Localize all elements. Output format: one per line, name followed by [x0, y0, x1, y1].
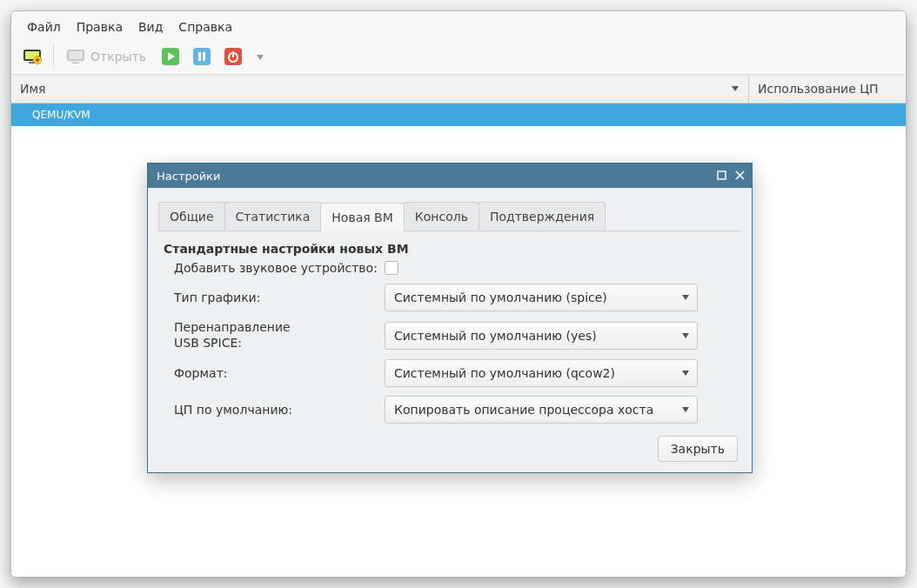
add-sound-checkbox[interactable]	[385, 261, 398, 275]
svg-rect-5	[36, 59, 40, 61]
storage-format-label: Формат:	[174, 366, 374, 380]
maximize-icon[interactable]	[717, 170, 726, 182]
chevron-down-icon	[681, 366, 690, 380]
open-button[interactable]: Открыть	[63, 48, 151, 65]
chevron-down-icon	[681, 291, 690, 304]
storage-format-combo[interactable]: Системный по умолчанию (qcow2)	[385, 359, 698, 387]
shutdown-menu-caret[interactable]	[256, 49, 264, 65]
svg-rect-19	[718, 171, 726, 179]
pause-button[interactable]	[190, 44, 214, 69]
close-icon[interactable]	[735, 170, 745, 182]
new-vm-form: Добавить звуковое устройство: Тип график…	[158, 261, 741, 429]
power-icon	[224, 47, 243, 66]
menu-file[interactable]: Файл	[20, 15, 68, 39]
usb-redirect-label-line1: Перенаправление	[174, 320, 291, 334]
connection-row[interactable]: QEMU/KVM	[11, 104, 906, 126]
menu-help[interactable]: Справка	[171, 15, 239, 39]
play-icon	[161, 47, 180, 66]
svg-marker-25	[682, 407, 689, 412]
pause-icon	[192, 47, 211, 66]
shutdown-button[interactable]	[221, 44, 245, 69]
tab-console[interactable]: Консоль	[404, 202, 479, 231]
monitor-color-icon	[23, 48, 42, 65]
svg-marker-17	[257, 55, 264, 60]
list-header: Имя Использование ЦП	[11, 75, 906, 104]
dialog-titlebar[interactable]: Настройки	[148, 164, 752, 188]
storage-format-value: Системный по умолчанию (qcow2)	[394, 366, 615, 380]
usb-redirect-value: Системный по умолчанию (yes)	[394, 329, 597, 343]
dialog-footer: Закрыть	[158, 429, 741, 464]
svg-marker-22	[682, 295, 689, 300]
default-cpu-combo[interactable]: Копировать описание процессора хоста	[385, 396, 698, 424]
svg-rect-13	[203, 52, 205, 61]
tab-new-vm[interactable]: Новая ВМ	[320, 203, 404, 231]
usb-redirect-label: Перенаправление USB SPICE:	[174, 320, 374, 351]
graphics-value: Системный по умолчанию (spice)	[394, 291, 607, 304]
preferences-dialog: Настройки Общие Статистика Новая ВМ Конс…	[147, 163, 753, 473]
column-name-label: Имя	[20, 82, 45, 96]
dialog-title: Настройки	[157, 170, 220, 183]
column-cpu[interactable]: Использование ЦП	[749, 75, 906, 103]
chevron-down-icon	[256, 53, 264, 62]
svg-marker-18	[732, 86, 739, 91]
sort-caret-icon	[731, 84, 740, 93]
default-cpu-label: ЦП по умолчанию:	[174, 403, 374, 417]
svg-rect-12	[198, 52, 201, 61]
tab-confirm[interactable]: Подтверждения	[479, 202, 606, 231]
tab-stats[interactable]: Статистика	[224, 202, 322, 231]
connection-label: QEMU/KVM	[32, 109, 90, 121]
column-cpu-label: Использование ЦП	[758, 82, 879, 96]
monitor-disabled-icon	[66, 48, 85, 65]
graphics-combo[interactable]: Системный по умолчанию (spice)	[385, 284, 698, 311]
svg-rect-16	[232, 51, 234, 57]
svg-marker-23	[682, 333, 689, 338]
open-button-label: Открыть	[90, 50, 146, 63]
section-title: Стандартные настройки новых ВМ	[164, 242, 741, 256]
tab-general[interactable]: Общие	[158, 202, 225, 231]
svg-rect-11	[193, 48, 211, 65]
svg-rect-7	[69, 51, 83, 59]
usb-redirect-label-line2: USB SPICE:	[174, 336, 242, 350]
tabs: Общие Статистика Новая ВМ Консоль Подтве…	[158, 202, 741, 231]
titlebar-buttons	[717, 170, 745, 182]
add-sound-label: Добавить звуковое устройство:	[174, 261, 378, 275]
close-button[interactable]: Закрыть	[658, 436, 738, 462]
toolbar: Открыть	[11, 41, 906, 75]
svg-rect-8	[72, 62, 79, 63]
toolbar-separator	[53, 44, 54, 69]
menu-view[interactable]: Вид	[131, 15, 170, 39]
usb-redirect-combo[interactable]: Системный по умолчанию (yes)	[385, 322, 698, 350]
menu-edit[interactable]: Правка	[70, 15, 130, 39]
svg-marker-24	[682, 371, 689, 376]
default-cpu-value: Копировать описание процессора хоста	[394, 403, 653, 417]
vm-list-area: Настройки Общие Статистика Новая ВМ Конс…	[11, 126, 906, 577]
dialog-body: Общие Статистика Новая ВМ Консоль Подтве…	[148, 188, 752, 472]
column-name[interactable]: Имя	[11, 75, 749, 103]
new-vm-button[interactable]	[20, 44, 44, 69]
graphics-label: Тип графики:	[174, 291, 374, 304]
run-button[interactable]	[158, 44, 183, 69]
chevron-down-icon	[681, 329, 690, 343]
main-window: Файл Правка Вид Справка Открыть	[10, 10, 907, 578]
menubar: Файл Правка Вид Справка	[11, 11, 906, 41]
chevron-down-icon	[681, 403, 690, 417]
